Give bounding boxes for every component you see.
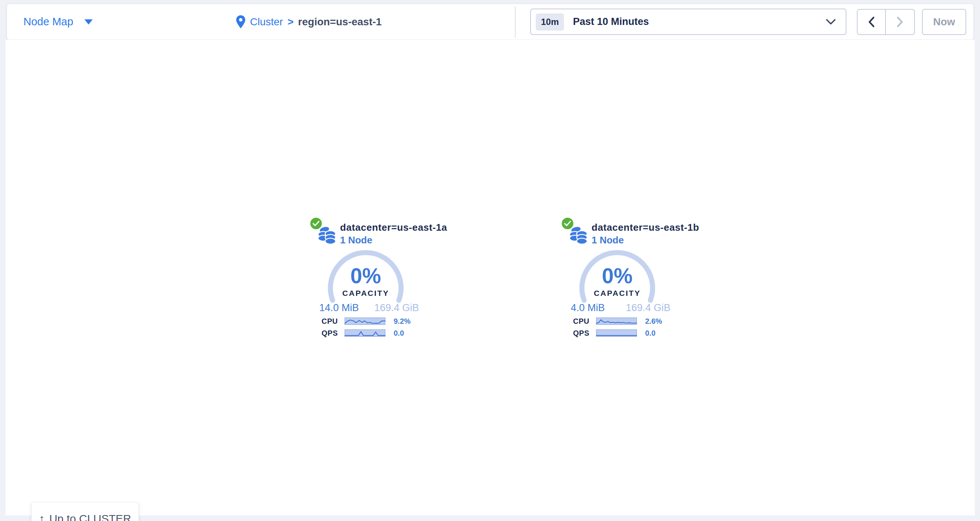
- chevron-left-icon: [867, 16, 875, 28]
- time-nav-arrows: [857, 9, 915, 35]
- breadcrumb-current: region=us-east-1: [298, 16, 382, 28]
- capacity-total: 169.4 GiB: [374, 302, 419, 314]
- breadcrumb-separator: >: [288, 16, 294, 28]
- qps-metric-row: QPS 0.0: [564, 328, 670, 338]
- capacity-gauge: 0% CAPACITY: [578, 249, 657, 305]
- capacity-label: CAPACITY: [578, 289, 657, 298]
- qps-label: QPS: [564, 329, 589, 338]
- qps-metric-row: QPS 0.0: [313, 328, 419, 338]
- capacity-percent: 0%: [326, 263, 405, 288]
- qps-sparkline: [345, 329, 385, 337]
- qps-value: 0.0: [394, 329, 404, 338]
- up-arrow-icon: ↑: [39, 513, 45, 521]
- node-map-canvas: datacenter=us-east-1a 1 Node 0% CAPACITY…: [6, 40, 975, 515]
- cpu-metric-row: CPU 9.2%: [313, 317, 419, 326]
- up-to-cluster-label: Up to CLUSTER: [49, 513, 131, 521]
- cpu-sparkline: [596, 317, 637, 325]
- capacity-values-row: 4.0 MiB 169.4 GiB: [571, 302, 670, 314]
- cpu-label: CPU: [313, 317, 338, 326]
- cpu-sparkline: [345, 317, 385, 325]
- status-healthy-icon: [561, 217, 574, 230]
- now-button[interactable]: Now: [922, 9, 966, 35]
- capacity-values-row: 14.0 MiB 169.4 GiB: [319, 302, 419, 314]
- time-window-select[interactable]: 10m Past 10 Minutes: [530, 8, 846, 35]
- chevron-right-icon: [896, 16, 904, 28]
- status-healthy-icon: [310, 217, 323, 230]
- up-to-cluster-button[interactable]: ↑ Up to CLUSTER: [31, 502, 139, 521]
- locality-card-us-east-1a[interactable]: datacenter=us-east-1a 1 Node 0% CAPACITY…: [313, 216, 419, 339]
- breadcrumb-cluster-link[interactable]: Cluster: [250, 16, 283, 28]
- locality-name: datacenter=us-east-1b: [592, 222, 699, 233]
- cpu-label: CPU: [564, 317, 589, 326]
- qps-sparkline: [596, 329, 637, 337]
- topbar-divider: [515, 6, 515, 38]
- capacity-gauge: 0% CAPACITY: [326, 249, 405, 305]
- locality-name: datacenter=us-east-1a: [340, 222, 447, 233]
- chevron-down-icon: [826, 19, 836, 25]
- locality-node-count[interactable]: 1 Node: [592, 234, 624, 246]
- time-prev-button[interactable]: [858, 10, 886, 34]
- capacity-label: CAPACITY: [326, 289, 405, 298]
- capacity-percent: 0%: [578, 263, 657, 288]
- location-pin-icon: [236, 15, 245, 29]
- cpu-value: 2.6%: [645, 317, 662, 326]
- cpu-metric-row: CPU 2.6%: [564, 317, 670, 326]
- view-selector-label: Node Map: [24, 16, 73, 28]
- locality-node-count[interactable]: 1 Node: [340, 234, 372, 246]
- top-bar: Node Map Cluster > region=us-east-1 10m …: [7, 4, 974, 40]
- time-next-button[interactable]: [886, 10, 914, 34]
- capacity-used: 4.0 MiB: [571, 302, 605, 314]
- cpu-value: 9.2%: [394, 317, 411, 326]
- view-selector-dropdown[interactable]: Node Map: [24, 4, 93, 40]
- time-window-badge: 10m: [536, 13, 564, 30]
- qps-value: 0.0: [645, 329, 655, 338]
- qps-label: QPS: [313, 329, 338, 338]
- capacity-used: 14.0 MiB: [319, 302, 359, 314]
- capacity-total: 169.4 GiB: [626, 302, 670, 314]
- caret-down-icon: [84, 19, 93, 25]
- breadcrumb: Cluster > region=us-east-1: [236, 4, 382, 40]
- locality-card-us-east-1b[interactable]: datacenter=us-east-1b 1 Node 0% CAPACITY…: [564, 216, 670, 339]
- time-window-label: Past 10 Minutes: [573, 16, 649, 27]
